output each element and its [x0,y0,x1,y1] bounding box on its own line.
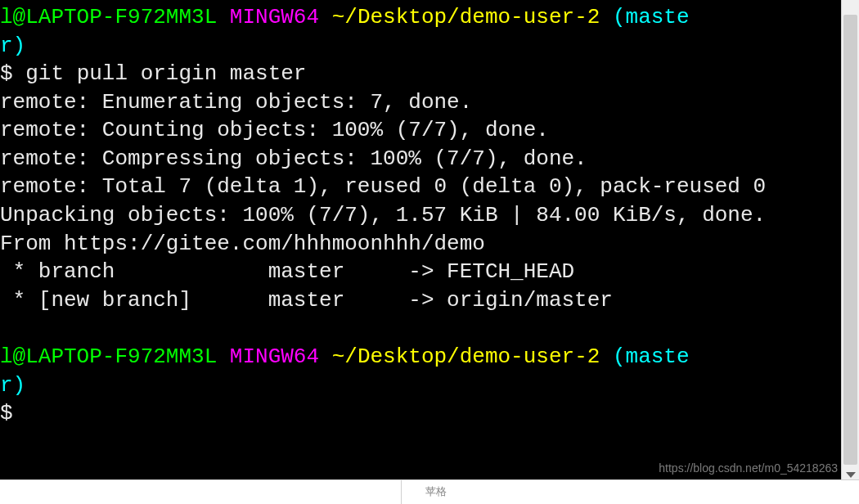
scroll-down-icon[interactable] [846,472,856,478]
prompt-shell: MINGW64 [230,344,319,369]
prompt-symbol: $ [0,61,25,86]
watermark-text: https://blog.csdn.net/m0_54218263 [659,461,838,475]
output-line: remote: Enumerating objects: 7, done. [0,90,472,115]
prompt-user-host: l@LAPTOP-F972MM3L [0,5,217,29]
terminal-window[interactable]: l@LAPTOP-F972MM3L MINGW64 ~/Desktop/demo… [0,0,841,479]
output-line: remote: Counting objects: 100% (7/7), do… [0,118,549,142]
prompt-path: ~/Desktop/demo-user-2 [332,344,600,369]
bottom-divider [401,479,402,504]
prompt-branch-open: (maste [613,344,690,369]
prompt-branch-close: r) [0,34,25,58]
vertical-scrollbar[interactable] [841,0,859,479]
output-line: remote: Compressing objects: 100% (7/7),… [0,146,587,171]
output-line: * branch master -> FETCH_HEAD [0,259,574,284]
prompt-user-host: l@LAPTOP-F972MM3L [0,344,217,369]
prompt-branch-close: r) [0,373,25,398]
scrollbar-track[interactable] [842,15,859,465]
output-line: From https://gitee.com/hhhmoonhhh/demo [0,232,485,256]
prompt-shell: MINGW64 [230,5,319,29]
output-line: Unpacking objects: 100% (7/7), 1.57 KiB … [0,203,766,227]
bottom-label: 苹格 [425,484,447,499]
scrollbar-thumb[interactable] [843,15,857,465]
prompt-symbol: $ [0,401,13,425]
output-line: remote: Total 7 (delta 1), reused 0 (del… [0,174,766,199]
prompt-branch-open: (maste [613,5,690,29]
command-text: git pull origin master [25,61,306,86]
prompt-path: ~/Desktop/demo-user-2 [332,5,600,29]
output-line: * [new branch] master -> origin/master [0,288,613,313]
